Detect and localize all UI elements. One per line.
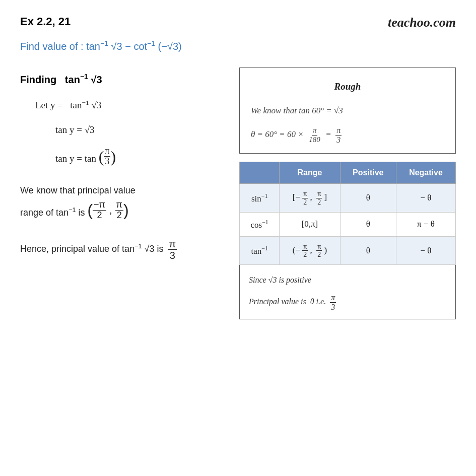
step3-line: tan y = tan ( π 3 ) <box>55 146 229 167</box>
principal-text: We know that principal value <box>20 185 229 196</box>
note-line1: Since √3 is positive <box>249 272 446 288</box>
neg-tan: − θ <box>396 236 455 265</box>
func-cos: cos−1 <box>240 213 280 237</box>
col-header-positive: Positive <box>340 162 396 184</box>
note-box: Since √3 is positive Principal value is … <box>239 265 456 319</box>
page-header: Ex 2.2, 21 teachoo.com <box>20 15 456 30</box>
pos-cos: θ <box>340 213 396 237</box>
table-header-row: Range Positive Negative <box>240 162 456 184</box>
step1-line: Let y = tan−1 √3 <box>35 97 229 114</box>
neg-cos: π − θ <box>396 213 455 237</box>
problem-statement: Find value of : tan−1 √3 − cot−1 (−√3) <box>20 39 456 52</box>
pos-sin: θ <box>340 184 396 213</box>
table-row: sin−1 [− π 2 , π 2 ] θ <box>240 184 456 213</box>
trig-table: Range Positive Negative sin−1 [− π 2 , <box>239 162 456 265</box>
range-tan: (− π 2 , π 2 ) <box>280 236 340 265</box>
right-panel: Rough We know that tan 60° = √3 θ = 60° … <box>239 67 456 319</box>
ex-title: Ex 2.2, 21 <box>20 15 71 28</box>
table-row: tan−1 (− π 2 , π 2 ) θ <box>240 236 456 265</box>
func-tan: tan−1 <box>240 236 280 265</box>
pos-tan: θ <box>340 236 396 265</box>
main-content: Finding tan−1 √3 Let y = tan−1 √3 tan y … <box>20 67 456 319</box>
func-sin: sin−1 <box>240 184 280 213</box>
rough-line1: We know that tan 60° = √3 <box>251 101 444 120</box>
table-row: cos−1 [0,π] θ π − θ <box>240 213 456 237</box>
rough-content: We know that tan 60° = √3 θ = 60° = 60 ×… <box>251 101 444 145</box>
range-text: range of tan−1 is ( −π 2 , π 2 ) <box>20 200 229 221</box>
rough-line2: θ = 60° = 60 × π 180 = π 3 <box>251 125 444 144</box>
range-cos: [0,π] <box>280 213 340 237</box>
col-header-range: Range <box>280 162 340 184</box>
rough-box: Rough We know that tan 60° = √3 θ = 60° … <box>239 67 456 154</box>
section-heading: Finding tan−1 √3 <box>20 73 229 86</box>
step2-line: tan y = √3 <box>55 122 229 138</box>
rough-title: Rough <box>251 77 444 96</box>
conclusion-text: Hence, principal value of tan−1 √3 is π … <box>20 238 229 261</box>
brand-logo: teachoo.com <box>388 15 456 30</box>
left-panel: Finding tan−1 √3 Let y = tan−1 √3 tan y … <box>20 67 229 319</box>
col-header-negative: Negative <box>396 162 455 184</box>
note-line2: Principal value is θ i.e. π 3 <box>249 293 446 311</box>
col-header-empty <box>240 162 280 184</box>
neg-sin: − θ <box>396 184 455 213</box>
range-sin: [− π 2 , π 2 ] <box>280 184 340 213</box>
